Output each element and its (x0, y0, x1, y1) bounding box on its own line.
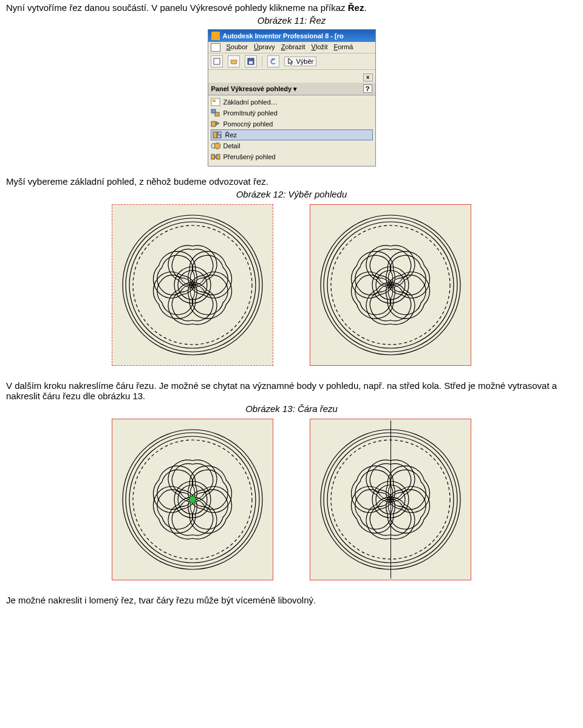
panel-body: Základní pohled… Promítnutý pohled Pomoc… (208, 95, 375, 166)
panel-item-promitnuty-label: Promítnutý pohled (223, 109, 278, 117)
wheel-drawing-icon (318, 212, 463, 358)
p1-text-bold: Řez (348, 2, 364, 13)
cursor-icon (287, 58, 295, 65)
figure-13-caption: Obrázek 13: Čára řezu (6, 403, 577, 414)
toolbar-undo-button[interactable] (267, 55, 279, 67)
detail-view-icon (211, 142, 220, 150)
menu-insert[interactable]: Vložit (312, 43, 328, 52)
wheel-drawing-icon (120, 212, 265, 358)
panel-item-pomocny-label: Pomocný pohled (223, 120, 273, 128)
menu-view[interactable]: Zobrazit (281, 43, 305, 52)
figure-13-row (6, 419, 577, 580)
svg-point-19 (214, 143, 220, 149)
figure-12-wheel-left (112, 204, 273, 366)
open-folder-icon (230, 58, 237, 65)
svg-rect-12 (215, 112, 219, 116)
new-file-icon (213, 58, 220, 65)
toolbar-new-button[interactable] (211, 55, 223, 67)
panel-title[interactable]: Panel Výkresové pohledy ▾ ? (208, 83, 375, 95)
panel-item-zakladni-label: Základní pohled… (223, 98, 278, 106)
panel-item-preruseny-label: Přerušený pohled (223, 153, 276, 160)
panel-item-pomocny[interactable]: Pomocný pohled (211, 118, 373, 129)
broken-view-icon (211, 153, 220, 161)
svg-rect-10 (213, 100, 216, 102)
figure-12-row (6, 204, 577, 366)
figure-11-caption: Obrázek 11: Řez (6, 15, 577, 26)
panel-item-rez-label: Řez (225, 131, 237, 139)
save-disk-icon (247, 58, 254, 65)
panel-item-rez[interactable]: Řez (211, 129, 373, 140)
projected-view-icon (211, 109, 220, 117)
undo-icon (270, 58, 277, 65)
paragraph-3: V dalším kroku nakreslíme čáru řezu. Je … (6, 380, 577, 401)
figure-13-wheel-right (310, 419, 471, 580)
panel-help-icon[interactable]: ? (363, 84, 372, 93)
toolbar-open-button[interactable] (228, 55, 240, 67)
svg-rect-13 (211, 122, 216, 126)
panel-close-button[interactable]: × (363, 74, 373, 81)
paragraph-2: Myší vybereme základní pohled, z něhož b… (6, 176, 577, 187)
p1-text-a: Nyní vytvoříme řez danou součástí. V pan… (6, 2, 348, 13)
toolbar-select-tool[interactable]: Výběr (284, 57, 317, 66)
svg-rect-14 (213, 132, 217, 138)
figure-13-wheel-left (112, 419, 273, 580)
panel-item-zakladni[interactable]: Základní pohled… (211, 97, 373, 108)
inventor-app-icon (211, 32, 220, 40)
paragraph-4: Je možné nakreslit i lomený řez, tvar čá… (6, 595, 577, 605)
menu-edit[interactable]: Úpravy (254, 43, 275, 52)
toolbar-save-button[interactable] (245, 55, 257, 67)
section-view-icon (213, 131, 222, 139)
panel-item-detail[interactable]: Detail (211, 140, 373, 151)
figure-12-caption: Obrázek 12: Výběr pohledu (6, 189, 577, 199)
inventor-titlebar: Autodesk Inventor Professional 8 - [ro (208, 30, 375, 42)
center-snap-point-icon (189, 496, 196, 503)
svg-rect-20 (211, 154, 214, 159)
aux-view-icon (211, 120, 220, 128)
inventor-title-text: Autodesk Inventor Professional 8 - [ro (223, 32, 344, 39)
toolbar-select-label: Výběr (296, 58, 314, 65)
svg-rect-6 (214, 58, 220, 64)
figure-12-wheel-right (310, 204, 471, 366)
paragraph-1: Nyní vytvoříme řez danou součástí. V pan… (6, 2, 577, 13)
svg-rect-21 (217, 154, 220, 159)
inventor-toolbar: Výběr (208, 53, 375, 70)
svg-rect-8 (249, 61, 253, 64)
inventor-menubar: Soubor Úpravy Zobrazit Vložit Formá (208, 42, 375, 53)
panel-item-promitnuty[interactable]: Promítnutý pohled (211, 108, 373, 118)
section-cut-line (390, 421, 391, 579)
p1-text-c: . (364, 2, 366, 13)
menu-file[interactable]: Soubor (227, 43, 248, 52)
toolbar-separator (262, 56, 262, 67)
menu-format[interactable]: Formá (334, 43, 353, 52)
base-view-icon (211, 98, 220, 106)
menu-window-icon (211, 43, 220, 52)
panel-item-detail-label: Detail (223, 142, 240, 149)
panel-title-text: Panel Výkresové pohledy ▾ (211, 85, 298, 93)
panel-item-preruseny[interactable]: Přerušený pohled (211, 151, 373, 162)
inventor-window: Autodesk Inventor Professional 8 - [ro S… (208, 29, 376, 167)
